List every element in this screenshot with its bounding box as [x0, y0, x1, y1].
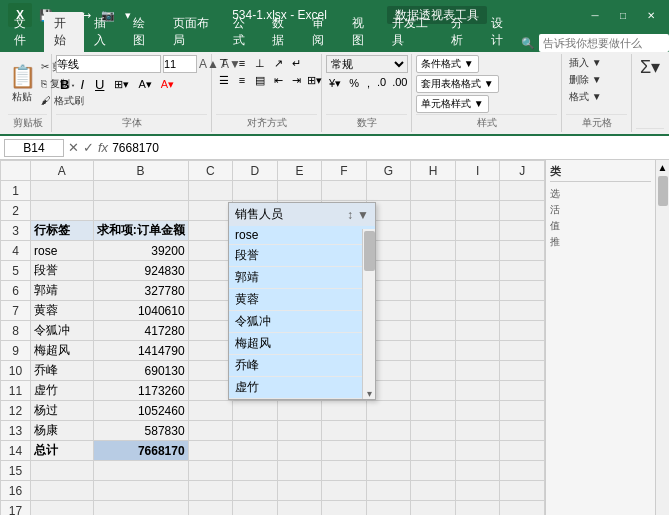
cell-r9-c7[interactable]: [411, 341, 456, 361]
cell-r8-c0[interactable]: 令狐冲: [31, 321, 94, 341]
vertical-scrollbar[interactable]: ▲ ▼: [655, 160, 669, 515]
cell-r6-c2[interactable]: [188, 281, 233, 301]
pivot-item-meichaofeng[interactable]: 梅超风: [229, 333, 375, 355]
cell-r3-c0[interactable]: 行标签: [31, 221, 94, 241]
cell-r5-c2[interactable]: [188, 261, 233, 281]
cell-r12-c6[interactable]: [366, 401, 411, 421]
col-header-j[interactable]: J: [500, 161, 545, 181]
cell-r15-c7[interactable]: [411, 461, 456, 481]
cell-r5-c9[interactable]: [500, 261, 545, 281]
cell-r4-c0[interactable]: rose: [31, 241, 94, 261]
cell-r13-c9[interactable]: [500, 421, 545, 441]
merge-btn[interactable]: ⊞▾: [306, 72, 322, 88]
cell-r13-c3[interactable]: [233, 421, 278, 441]
cell-r7-c9[interactable]: [500, 301, 545, 321]
cell-r5-c0[interactable]: 段誉: [31, 261, 94, 281]
cell-r2-c8[interactable]: [455, 201, 500, 221]
cell-r16-c9[interactable]: [500, 481, 545, 501]
pivot-item-duanyu[interactable]: 段誉: [229, 245, 375, 267]
cell-r9-c0[interactable]: 梅超风: [31, 341, 94, 361]
cell-r9-c2[interactable]: [188, 341, 233, 361]
tab-design[interactable]: 设计: [481, 12, 521, 52]
pivot-item-rose[interactable]: rose: [229, 226, 375, 245]
cell-r14-c8[interactable]: [455, 441, 500, 461]
cell-r15-c3[interactable]: [233, 461, 278, 481]
cell-r2-c0[interactable]: [31, 201, 94, 221]
col-header-i[interactable]: I: [455, 161, 500, 181]
pivot-header[interactable]: 销售人员 ↕ ▼: [229, 203, 375, 226]
maximize-btn[interactable]: □: [613, 5, 633, 25]
cell-r3-c1[interactable]: 求和项:订单金额: [93, 221, 188, 241]
cell-r14-c7[interactable]: [411, 441, 456, 461]
cell-r3-c8[interactable]: [455, 221, 500, 241]
cell-r17-c5[interactable]: [322, 501, 367, 516]
cell-r7-c1[interactable]: 1040610: [93, 301, 188, 321]
tab-developer[interactable]: 开发工具: [382, 12, 442, 52]
cell-r13-c0[interactable]: 杨康: [31, 421, 94, 441]
tab-draw[interactable]: 绘图: [123, 12, 163, 52]
cell-r17-c2[interactable]: [188, 501, 233, 516]
cell-r11-c2[interactable]: [188, 381, 233, 401]
cell-r12-c9[interactable]: [500, 401, 545, 421]
pivot-item-huangrong[interactable]: 黄蓉: [229, 289, 375, 311]
align-center-btn[interactable]: ≡: [234, 72, 250, 88]
cell-r13-c6[interactable]: [366, 421, 411, 441]
tab-analyze[interactable]: 分析: [441, 12, 481, 52]
scroll-up-btn[interactable]: ▲: [656, 160, 669, 175]
cell-r17-c9[interactable]: [500, 501, 545, 516]
cell-r13-c2[interactable]: [188, 421, 233, 441]
cell-r1-c0[interactable]: [31, 181, 94, 201]
bold-btn[interactable]: B: [56, 75, 73, 94]
tab-file[interactable]: 文件: [4, 12, 44, 52]
cell-reference-input[interactable]: [4, 139, 64, 157]
cell-r1-c3[interactable]: [233, 181, 278, 201]
cell-r2-c1[interactable]: [93, 201, 188, 221]
cell-r14-c1[interactable]: 7668170: [93, 441, 188, 461]
cell-r17-c4[interactable]: [277, 501, 322, 516]
cell-r15-c9[interactable]: [500, 461, 545, 481]
tab-view[interactable]: 视图: [342, 12, 382, 52]
tab-home[interactable]: 开始: [44, 12, 84, 52]
search-input[interactable]: [539, 34, 669, 52]
cell-r6-c1[interactable]: 327780: [93, 281, 188, 301]
align-right-btn[interactable]: ▤: [252, 72, 268, 88]
cell-r14-c6[interactable]: [366, 441, 411, 461]
cell-r7-c7[interactable]: [411, 301, 456, 321]
cell-r6-c7[interactable]: [411, 281, 456, 301]
cell-r1-c7[interactable]: [411, 181, 456, 201]
cell-r1-c4[interactable]: [277, 181, 322, 201]
cell-r8-c9[interactable]: [500, 321, 545, 341]
cell-r10-c9[interactable]: [500, 361, 545, 381]
cell-r10-c0[interactable]: 乔峰: [31, 361, 94, 381]
cell-r4-c8[interactable]: [455, 241, 500, 261]
cell-r16-c6[interactable]: [366, 481, 411, 501]
pivot-scroll-down[interactable]: ▾: [363, 388, 375, 399]
cell-r14-c9[interactable]: [500, 441, 545, 461]
cell-r9-c8[interactable]: [455, 341, 500, 361]
cell-r17-c0[interactable]: [31, 501, 94, 516]
cell-r13-c4[interactable]: [277, 421, 322, 441]
cell-r16-c3[interactable]: [233, 481, 278, 501]
cell-r13-c8[interactable]: [455, 421, 500, 441]
cell-r12-c4[interactable]: [277, 401, 322, 421]
decimal-increase-btn[interactable]: .0: [375, 75, 388, 92]
pivot-sort-icon[interactable]: ↕: [347, 208, 353, 222]
cell-r12-c8[interactable]: [455, 401, 500, 421]
cell-r15-c2[interactable]: [188, 461, 233, 481]
cell-r13-c7[interactable]: [411, 421, 456, 441]
cell-r6-c8[interactable]: [455, 281, 500, 301]
cell-r16-c7[interactable]: [411, 481, 456, 501]
cell-r6-c9[interactable]: [500, 281, 545, 301]
cell-r2-c9[interactable]: [500, 201, 545, 221]
cell-r3-c7[interactable]: [411, 221, 456, 241]
cell-r4-c1[interactable]: 39200: [93, 241, 188, 261]
cell-r3-c9[interactable]: [500, 221, 545, 241]
col-header-d[interactable]: D: [233, 161, 278, 181]
thousands-btn[interactable]: ,: [364, 75, 373, 92]
table-format-btn[interactable]: 套用表格格式 ▼: [416, 75, 499, 93]
text-angle-btn[interactable]: ↗: [270, 55, 286, 71]
cell-r10-c8[interactable]: [455, 361, 500, 381]
align-middle-btn[interactable]: ≡: [234, 55, 250, 71]
cell-r15-c4[interactable]: [277, 461, 322, 481]
fill-color-btn[interactable]: A▾: [135, 77, 154, 92]
